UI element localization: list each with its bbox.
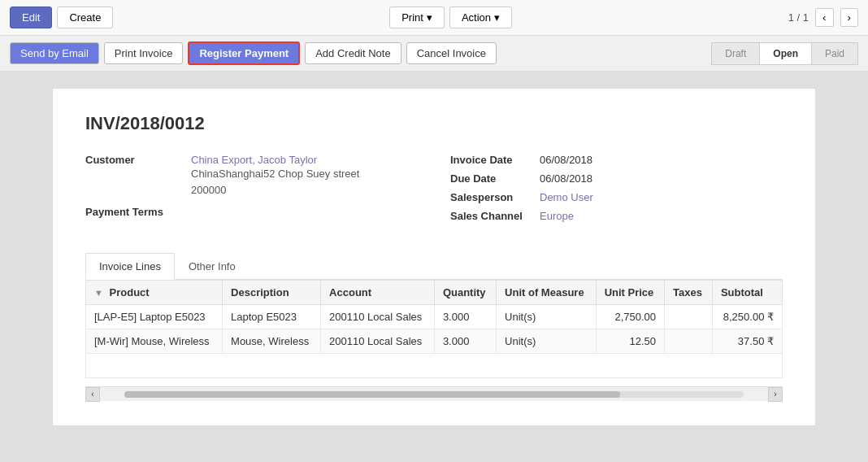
payment-terms-label: Payment Terms bbox=[85, 206, 191, 218]
main-content: INV/2018/0012 Customer China Export, Jac… bbox=[0, 72, 868, 462]
edit-button[interactable]: Edit bbox=[10, 7, 52, 28]
tabs: Invoice Lines Other Info bbox=[85, 253, 783, 280]
col-taxes[interactable]: Taxes bbox=[665, 281, 713, 305]
cell-unitprice-2: 12.50 bbox=[596, 329, 664, 354]
due-date-label: Due Date bbox=[450, 172, 540, 185]
action-dropdown-icon: ▾ bbox=[494, 11, 500, 24]
customer-value: China Export, Jacob Taylor ChinaShanghai… bbox=[191, 154, 359, 198]
details-left: Customer China Export, Jacob Taylor Chin… bbox=[85, 154, 418, 229]
prev-page-button[interactable]: ‹ bbox=[815, 8, 833, 27]
page-info: 1 / 1 bbox=[788, 11, 809, 24]
salesperson-value[interactable]: Demo User bbox=[540, 191, 593, 203]
scroll-right-arrow[interactable]: › bbox=[768, 387, 783, 402]
cancel-invoice-button[interactable]: Cancel Invoice bbox=[406, 42, 497, 64]
col-subtotal[interactable]: Subtotal bbox=[712, 281, 782, 305]
cell-taxes-2 bbox=[665, 329, 713, 354]
col-account[interactable]: Account bbox=[321, 281, 435, 305]
print-dropdown-icon: ▾ bbox=[427, 11, 432, 24]
payment-terms-row: Payment Terms bbox=[85, 206, 418, 218]
cell-quantity-1: 3.000 bbox=[434, 305, 496, 329]
cell-uom-1: Unit(s) bbox=[497, 305, 597, 329]
print-button[interactable]: Print ▾ bbox=[389, 7, 445, 28]
invoice-card: INV/2018/0012 Customer China Export, Jac… bbox=[52, 88, 816, 426]
cell-uom-2: Unit(s) bbox=[497, 329, 597, 354]
top-toolbar-right: 1 / 1 ‹ › bbox=[788, 8, 858, 27]
top-toolbar: Edit Create Print ▾ Action ▾ 1 / 1 ‹ › bbox=[0, 0, 868, 36]
action-button[interactable]: Action ▾ bbox=[449, 7, 512, 28]
cell-unitprice-1: 2,750.00 bbox=[596, 305, 664, 329]
table-empty-row bbox=[86, 354, 783, 378]
tab-other-info[interactable]: Other Info bbox=[175, 253, 250, 279]
col-unit-price[interactable]: Unit Price bbox=[596, 281, 664, 305]
cell-description-2: Mouse, Wireless bbox=[223, 329, 321, 354]
col-unit-of-measure[interactable]: Unit of Measure bbox=[497, 281, 597, 305]
invoice-date-row: Invoice Date 06/08/2018 bbox=[450, 154, 783, 166]
send-by-email-button[interactable]: Send by Email bbox=[10, 42, 99, 64]
sort-arrow-icon: ▼ bbox=[94, 288, 103, 298]
add-credit-note-button[interactable]: Add Credit Note bbox=[305, 42, 401, 64]
print-invoice-button[interactable]: Print Invoice bbox=[104, 42, 184, 64]
cell-account-2: 200110 Local Sales bbox=[321, 329, 435, 354]
col-description[interactable]: Description bbox=[223, 281, 321, 305]
customer-row: Customer China Export, Jacob Taylor Chin… bbox=[85, 154, 418, 198]
invoice-date-value: 06/08/2018 bbox=[540, 154, 592, 166]
status-open: Open bbox=[759, 42, 811, 65]
due-date-value: 06/08/2018 bbox=[540, 172, 592, 185]
action-label: Action bbox=[462, 11, 491, 24]
customer-address: ChinaShanghai52 Chop Suey street bbox=[191, 166, 359, 182]
top-toolbar-left: Edit Create bbox=[10, 7, 113, 28]
sales-channel-label: Sales Channel bbox=[450, 210, 540, 222]
col-quantity[interactable]: Quantity bbox=[434, 281, 496, 305]
cell-account-1: 200110 Local Sales bbox=[321, 305, 435, 329]
table-row: [M-Wir] Mouse, Wireless Mouse, Wireless … bbox=[86, 329, 783, 354]
next-page-button[interactable]: › bbox=[840, 8, 858, 27]
customer-label: Customer bbox=[85, 154, 191, 198]
action-toolbar-left: Send by Email Print Invoice Register Pay… bbox=[10, 41, 497, 65]
invoice-details: Customer China Export, Jacob Taylor Chin… bbox=[85, 154, 783, 229]
due-date-row: Due Date 06/08/2018 bbox=[450, 172, 783, 185]
status-draft: Draft bbox=[711, 42, 759, 65]
cell-product-1: [LAP-E5] Laptop E5023 bbox=[86, 305, 223, 329]
action-toolbar: Send by Email Print Invoice Register Pay… bbox=[0, 36, 868, 72]
salesperson-label: Salesperson bbox=[450, 191, 540, 203]
print-label: Print bbox=[401, 11, 423, 24]
sales-channel-row: Sales Channel Europe bbox=[450, 210, 783, 222]
cell-taxes-1 bbox=[665, 305, 713, 329]
scroll-thumb[interactable] bbox=[124, 391, 620, 398]
cell-subtotal-1: 8,250.00 ₹ bbox=[712, 305, 782, 329]
col-product[interactable]: ▼ Product bbox=[86, 281, 223, 305]
create-button[interactable]: Create bbox=[57, 7, 113, 28]
invoice-table: ▼ Product Description Account Quantity U… bbox=[85, 280, 783, 378]
customer-name[interactable]: China Export, Jacob Taylor bbox=[191, 154, 359, 166]
table-row: [LAP-E5] Laptop E5023 Laptop E5023 20011… bbox=[86, 305, 783, 329]
customer-city: 200000 bbox=[191, 182, 359, 198]
scroll-left-arrow[interactable]: ‹ bbox=[85, 387, 100, 402]
scroll-track bbox=[124, 391, 744, 398]
details-right: Invoice Date 06/08/2018 Due Date 06/08/2… bbox=[450, 154, 783, 229]
tab-invoice-lines[interactable]: Invoice Lines bbox=[85, 253, 175, 280]
status-paid: Paid bbox=[811, 42, 858, 65]
cell-description-1: Laptop E5023 bbox=[223, 305, 321, 329]
salesperson-row: Salesperson Demo User bbox=[450, 191, 783, 203]
cell-product-2: [M-Wir] Mouse, Wireless bbox=[86, 329, 223, 354]
sales-channel-value[interactable]: Europe bbox=[540, 210, 574, 222]
invoice-title: INV/2018/0012 bbox=[85, 113, 783, 134]
cell-quantity-2: 3.000 bbox=[434, 329, 496, 354]
invoice-date-label: Invoice Date bbox=[450, 154, 540, 166]
cell-subtotal-2: 37.50 ₹ bbox=[712, 329, 782, 354]
horizontal-scrollbar[interactable]: ‹ › bbox=[85, 386, 783, 401]
register-payment-button[interactable]: Register Payment bbox=[188, 41, 300, 65]
status-bar: Draft Open Paid bbox=[711, 42, 858, 65]
